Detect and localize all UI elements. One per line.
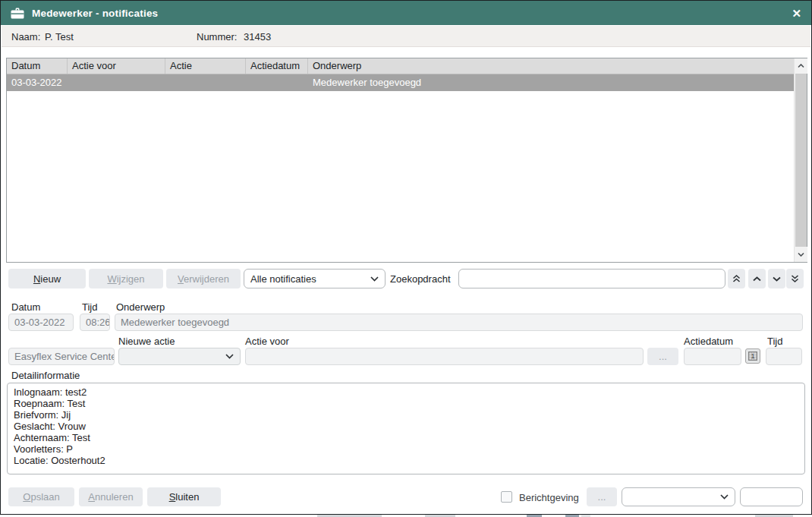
nieuw-button-label: Nieuw (33, 273, 61, 285)
chevron-down-icon (225, 354, 234, 359)
berichtgeving-extra-field[interactable] (740, 487, 803, 506)
sluiten-button[interactable]: Sluiten (147, 487, 221, 506)
column-header-actie[interactable]: Actie (165, 58, 246, 74)
calendar-day-glyph: 1 (748, 351, 757, 361)
actie-tijd-label: Tijd (767, 336, 782, 347)
annuleren-button[interactable]: Annuleren (79, 487, 143, 506)
verwijderen-button-label: Verwijderen (178, 273, 229, 285)
detailinformatie-text[interactable]: Inlognaam: test2 Roepnaam: Test Briefvor… (7, 383, 805, 474)
cell-actie (165, 74, 246, 91)
notifications-table: Datum Actie voor Actie Actiedatum Onderw… (6, 58, 807, 263)
onderwerp-field[interactable]: Medewerker toegevoegd (115, 314, 803, 331)
notification-filter-value: Alle notificaties (250, 273, 316, 285)
nieuw-button[interactable]: Nieuw (8, 269, 86, 288)
zoekopdracht-label: Zoekopdracht (390, 273, 451, 285)
detailinformatie-label: Detailinformatie (11, 370, 80, 381)
notification-filter-select[interactable]: Alle notificaties (244, 269, 386, 288)
column-header-onderwerp[interactable]: Onderwerp (308, 58, 807, 74)
scrollbar-thumb[interactable] (795, 74, 807, 247)
bron-field[interactable]: Easyflex Service Cente (8, 348, 115, 365)
actiedatum-field[interactable] (684, 348, 741, 365)
identity-row: Naam: P. Test Nummer: 31453 (2, 26, 810, 47)
berichtgeving-browse-button[interactable]: ... (587, 487, 617, 506)
nieuwe-actie-label: Nieuwe actie (118, 336, 175, 347)
cell-datum: 03-03-2022 (7, 74, 68, 91)
actie-voor-label: Actie voor (245, 336, 289, 347)
cell-onderwerp: Medewerker toegevoegd (308, 74, 807, 91)
table-row[interactable]: 03-03-2022 Medewerker toegevoegd (7, 74, 807, 91)
table-scrollbar[interactable] (794, 58, 807, 262)
calendar-icon[interactable]: 1 (745, 348, 760, 364)
actie-tijd-field[interactable] (766, 348, 802, 365)
last-record-icon[interactable] (786, 269, 804, 288)
chevron-down-icon (720, 494, 729, 500)
berichtgeving-label: Berichtgeving (519, 492, 579, 503)
tijd-field[interactable]: 08:26 (80, 314, 110, 331)
scroll-down-icon[interactable] (795, 247, 807, 262)
close-icon[interactable]: ✕ (792, 8, 801, 19)
datum-field[interactable]: 03-03-2022 (8, 314, 74, 331)
sluiten-button-label: Sluiten (169, 491, 200, 503)
briefcase-icon (11, 8, 24, 19)
window-title: Medewerker - notificaties (32, 8, 158, 19)
column-header-actiedatum[interactable]: Actiedatum (246, 58, 308, 74)
search-input[interactable] (458, 269, 725, 288)
first-record-icon[interactable] (728, 269, 745, 288)
nummer-value: 31453 (244, 31, 271, 43)
nummer-label: Nummer: (197, 31, 237, 43)
dialog-medewerker-notificaties: Medewerker - notificaties ✕ Naam: P. Tes… (0, 0, 812, 515)
screen: Medewerker - notificaties ✕ Naam: P. Tes… (0, 0, 812, 517)
datum-label: Datum (11, 301, 40, 313)
naam-value: P. Test (45, 31, 74, 43)
berichtgeving-kanaal-select[interactable] (622, 487, 735, 506)
actie-voor-browse-button[interactable]: ... (647, 348, 678, 365)
column-header-actie-voor[interactable]: Actie voor (68, 58, 165, 74)
berichtgeving-checkbox[interactable] (501, 491, 512, 503)
cell-actiedatum (246, 74, 308, 91)
column-header-datum[interactable]: Datum (7, 58, 68, 74)
cell-actie-voor (68, 74, 165, 91)
actie-voor-field[interactable] (245, 348, 644, 365)
table-header: Datum Actie voor Actie Actiedatum Onderw… (7, 58, 807, 74)
tijd-label: Tijd (82, 301, 97, 313)
next-record-icon[interactable] (768, 269, 785, 288)
previous-record-icon[interactable] (748, 269, 766, 288)
chevron-down-icon (370, 276, 379, 282)
wijzigen-button-label: Wijzigen (107, 273, 144, 285)
naam-label: Naam: (11, 31, 40, 43)
opslaan-button[interactable]: Opslaan (8, 487, 74, 506)
titlebar: Medewerker - notificaties ✕ (1, 1, 811, 25)
opslaan-button-label: Opslaan (23, 491, 59, 503)
nieuwe-actie-select[interactable] (118, 348, 241, 365)
annuleren-button-label: Annuleren (88, 491, 133, 503)
wijzigen-button[interactable]: Wijzigen (89, 269, 163, 288)
scroll-up-icon[interactable] (795, 58, 807, 74)
actiedatum-label: Actiedatum (684, 336, 733, 347)
onderwerp-label: Onderwerp (116, 301, 165, 313)
verwijderen-button[interactable]: Verwijderen (166, 269, 241, 288)
